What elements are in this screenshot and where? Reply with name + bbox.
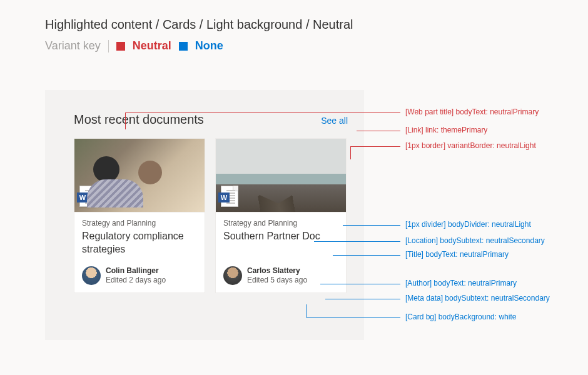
author-name: Colin Ballinger bbox=[106, 266, 166, 275]
annotation-card-bg: [Card bg] bodyBackground: white bbox=[400, 312, 516, 321]
cards-row: W Strategy and Planning Regulatory compl… bbox=[74, 138, 348, 293]
document-card[interactable]: W Strategy and Planning Regulatory compl… bbox=[74, 138, 205, 293]
annotation-meta: [Meta data] bodySubtext: neutralSecondar… bbox=[400, 294, 550, 302]
author-meta: Edited 5 days ago bbox=[247, 276, 307, 284]
card-title: Regulatory compliance strategies bbox=[82, 230, 197, 256]
author-block: Carlos Slattery Edited 5 days ago bbox=[247, 266, 307, 284]
card-thumbnail: W bbox=[216, 139, 346, 212]
card-body: Strategy and Planning Southern Partner D… bbox=[216, 212, 346, 261]
avatar bbox=[223, 266, 242, 285]
annotation-divider: [1px divider] bodyDivider: neutralLight bbox=[400, 220, 531, 229]
word-file-icon: W bbox=[79, 186, 97, 207]
annotation-title: [Title] bodyText: neutralPrimary bbox=[400, 250, 509, 259]
author-name: Carlos Slattery bbox=[247, 266, 307, 275]
web-part-title: Most recent documents bbox=[74, 112, 204, 127]
page-breadcrumb: Highlighted content / Cards / Light back… bbox=[0, 0, 588, 32]
document-card[interactable]: W Strategy and Planning Southern Partner… bbox=[215, 138, 347, 293]
author-meta: Edited 2 days ago bbox=[106, 276, 166, 284]
variant-none-label: None bbox=[195, 39, 223, 52]
annotation-author: [Author] bodyText: neutralPrimary bbox=[400, 279, 517, 288]
neutral-swatch-icon bbox=[116, 42, 125, 51]
author-block: Colin Ballinger Edited 2 days ago bbox=[106, 266, 166, 284]
card-body: Strategy and Planning Regulatory complia… bbox=[74, 212, 205, 261]
avatar bbox=[82, 266, 101, 285]
card-location: Strategy and Planning bbox=[223, 219, 338, 228]
panel-neutral-bg: Most recent documents See all W Strategy… bbox=[45, 90, 364, 340]
card-footer: Carlos Slattery Edited 5 days ago bbox=[216, 261, 346, 292]
variant-key-label: Variant key bbox=[45, 39, 101, 52]
annotation-border: [1px border] variantBorder: neutralLight bbox=[400, 141, 536, 150]
card-title: Southern Partner Doc bbox=[223, 230, 338, 243]
annotation-web-part-title: [Web part title] bodyText: neutralPrimar… bbox=[400, 108, 539, 116]
panel-header: Most recent documents See all bbox=[74, 112, 348, 127]
none-swatch-icon bbox=[179, 42, 188, 51]
variant-key-row: Variant key Neutral None bbox=[0, 32, 588, 52]
annotation-location: [Location] bodySubtext: neutralSecondary bbox=[400, 236, 545, 245]
word-file-icon: W bbox=[221, 186, 238, 207]
card-thumbnail: W bbox=[74, 139, 205, 212]
variant-neutral-label: Neutral bbox=[133, 39, 171, 52]
divider bbox=[108, 40, 109, 52]
card-footer: Colin Ballinger Edited 2 days ago bbox=[74, 261, 205, 292]
annotation-link: [Link] link: themePrimary bbox=[400, 126, 487, 134]
card-location: Strategy and Planning bbox=[82, 219, 197, 228]
see-all-link[interactable]: See all bbox=[321, 116, 348, 126]
